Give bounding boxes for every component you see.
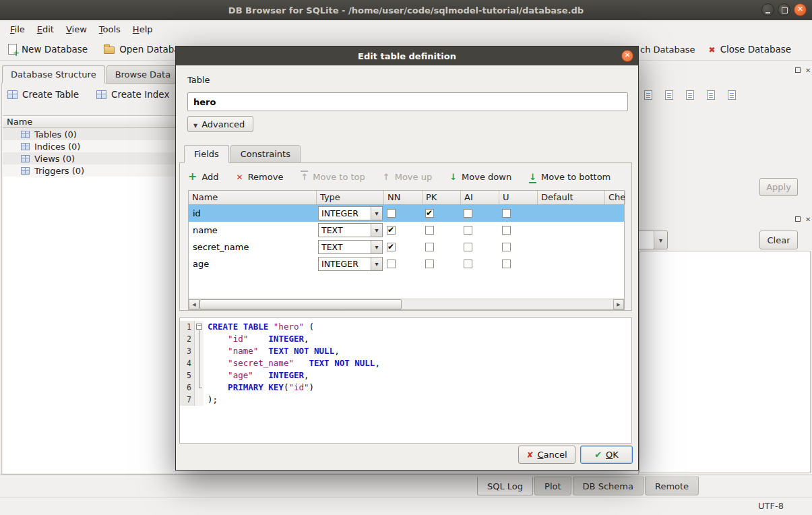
cell-tool-button[interactable] bbox=[641, 87, 656, 103]
document-icon bbox=[707, 90, 715, 100]
float-dock-icon[interactable] bbox=[795, 216, 801, 222]
type-value: INTEGER bbox=[319, 207, 371, 220]
menu-help[interactable]: Help bbox=[127, 22, 159, 36]
tab-fields[interactable]: Fields bbox=[184, 145, 229, 163]
new-database-button[interactable]: New Database bbox=[8, 44, 88, 55]
column-header-ai[interactable]: AI bbox=[461, 191, 499, 204]
dialog-close-button[interactable] bbox=[621, 50, 633, 62]
float-dock-icon[interactable] bbox=[795, 67, 801, 73]
tab-database-structure[interactable]: Database Structure bbox=[2, 65, 105, 84]
pk-checkbox[interactable] bbox=[425, 226, 434, 235]
fold-collapse-icon[interactable] bbox=[196, 324, 202, 330]
column-header-che[interactable]: Che bbox=[605, 191, 625, 204]
tree-item-label: Triggers (0) bbox=[34, 166, 84, 176]
sql-editor-lines: 1CREATE TABLE "hero" (2 "id" INTEGER,3 "… bbox=[180, 318, 631, 406]
ok-button[interactable]: OK bbox=[580, 446, 633, 464]
column-header-type[interactable]: Type bbox=[317, 191, 384, 204]
ai-checkbox[interactable] bbox=[464, 209, 472, 218]
attach-database-label-partial[interactable]: ch Database bbox=[640, 44, 695, 55]
nn-checkbox[interactable] bbox=[387, 209, 396, 218]
field-row-age[interactable]: ageINTEGER bbox=[189, 255, 624, 272]
tab-remote[interactable]: Remote bbox=[645, 477, 699, 495]
u-checkbox[interactable] bbox=[502, 226, 511, 235]
field-name-cell: name bbox=[189, 222, 317, 239]
close-database-button[interactable]: Close Database bbox=[709, 44, 792, 55]
scroll-right-icon[interactable] bbox=[613, 299, 624, 309]
close-dock-icon[interactable] bbox=[805, 214, 811, 224]
chevron-down-icon[interactable] bbox=[371, 241, 382, 253]
minimize-button[interactable] bbox=[761, 3, 774, 16]
type-combobox[interactable]: INTEGER bbox=[318, 206, 383, 220]
column-header-nn[interactable]: NN bbox=[384, 191, 423, 204]
maximize-button[interactable] bbox=[778, 3, 790, 16]
move-to-bottom-button[interactable]: Move to bottom bbox=[529, 172, 611, 182]
create-table-button[interactable]: Create Table bbox=[7, 89, 79, 100]
cell-tool-button[interactable] bbox=[704, 87, 718, 103]
create-table-icon bbox=[7, 90, 18, 99]
table-name-input[interactable] bbox=[187, 92, 628, 111]
tab-plot[interactable]: Plot bbox=[534, 477, 571, 495]
tab-sql-log[interactable]: SQL Log bbox=[477, 477, 533, 495]
cell-tool-button[interactable] bbox=[724, 87, 739, 103]
sql-line: 5 "age" INTEGER, bbox=[180, 369, 631, 382]
column-header-name[interactable]: Name bbox=[189, 191, 317, 204]
pk-checkbox[interactable] bbox=[425, 209, 434, 218]
add-button[interactable]: Add bbox=[188, 172, 219, 182]
ai-checkbox[interactable] bbox=[464, 243, 472, 251]
horizontal-scrollbar[interactable] bbox=[189, 299, 624, 309]
field-row-name[interactable]: nameTEXT bbox=[189, 222, 624, 239]
menu-tools[interactable]: Tools bbox=[93, 22, 127, 36]
tab-browse-data[interactable]: Browse Data bbox=[106, 65, 180, 84]
move-top-icon bbox=[301, 172, 308, 182]
type-combobox[interactable]: TEXT bbox=[318, 223, 383, 237]
dialog-titlebar[interactable]: Edit table definition bbox=[176, 47, 638, 65]
remove-button[interactable]: Remove bbox=[237, 172, 284, 182]
table-icon bbox=[21, 131, 30, 138]
ai-checkbox[interactable] bbox=[464, 260, 472, 268]
encoding-indicator[interactable]: UTF-8 bbox=[758, 501, 784, 511]
u-checkbox[interactable] bbox=[502, 209, 511, 218]
ai-checkbox[interactable] bbox=[464, 226, 472, 235]
sql-preview-editor[interactable]: 1CREATE TABLE "hero" (2 "id" INTEGER,3 "… bbox=[179, 317, 632, 444]
sql-log-view[interactable] bbox=[639, 251, 811, 473]
create-index-button[interactable]: Create Index bbox=[96, 89, 169, 100]
cancel-button[interactable]: Cancel bbox=[518, 446, 575, 464]
field-row-secret-name[interactable]: secret_nameTEXT bbox=[189, 239, 624, 255]
move-down-button[interactable]: Move down bbox=[449, 172, 511, 182]
u-checkbox[interactable] bbox=[502, 243, 511, 251]
menu-edit[interactable]: Edit bbox=[31, 22, 60, 36]
scrollbar-thumb[interactable] bbox=[199, 299, 402, 309]
tab-db-schema[interactable]: DB Schema bbox=[573, 477, 644, 495]
close-database-label: Close Database bbox=[720, 44, 791, 55]
tab-constraints[interactable]: Constraints bbox=[230, 145, 301, 163]
u-checkbox[interactable] bbox=[502, 260, 511, 268]
scroll-left-icon[interactable] bbox=[189, 299, 199, 309]
nn-checkbox[interactable] bbox=[387, 226, 396, 235]
button-label: Move up bbox=[395, 172, 433, 182]
type-combobox[interactable]: INTEGER bbox=[318, 257, 383, 271]
chevron-down-icon[interactable] bbox=[371, 207, 382, 220]
cell-tool-button[interactable] bbox=[683, 87, 697, 103]
close-window-button[interactable] bbox=[794, 3, 807, 16]
nn-checkbox[interactable] bbox=[387, 260, 396, 268]
fold-margin bbox=[195, 333, 204, 345]
pk-checkbox[interactable] bbox=[425, 243, 434, 251]
close-dock-icon[interactable] bbox=[805, 65, 811, 75]
menu-view[interactable]: View bbox=[60, 22, 93, 36]
type-combobox[interactable]: TEXT bbox=[318, 240, 383, 254]
cell-tool-button[interactable] bbox=[662, 87, 677, 103]
chevron-down-icon[interactable] bbox=[371, 258, 382, 270]
window-titlebar[interactable]: DB Browser for SQLite - /home/user/code/… bbox=[0, 0, 812, 20]
menu-file[interactable]: File bbox=[4, 22, 31, 36]
clear-button[interactable]: Clear bbox=[759, 231, 798, 249]
advanced-toggle-button[interactable]: Advanced bbox=[187, 116, 253, 132]
apply-button[interactable]: Apply bbox=[759, 178, 798, 196]
chevron-down-icon[interactable] bbox=[371, 224, 382, 237]
column-header-pk[interactable]: PK bbox=[423, 191, 461, 204]
fields-toolbar: AddRemoveMove to topMove upMove downMove… bbox=[188, 167, 611, 186]
nn-checkbox[interactable] bbox=[387, 243, 396, 251]
column-header-default[interactable]: Default bbox=[538, 191, 605, 204]
column-header-u[interactable]: U bbox=[499, 191, 538, 204]
pk-checkbox[interactable] bbox=[425, 260, 434, 268]
field-row-id[interactable]: idINTEGER bbox=[189, 205, 624, 222]
